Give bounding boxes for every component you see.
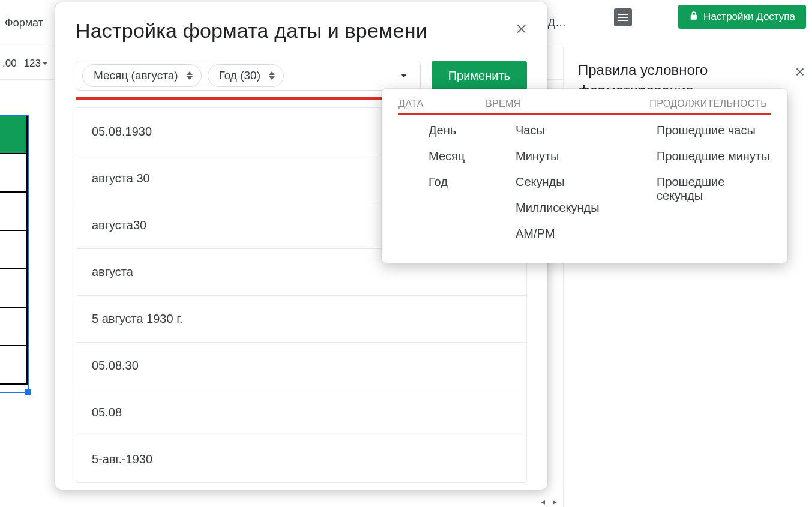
selection-handle[interactable] (25, 389, 31, 395)
dropdown-item-elapsed-seconds[interactable]: Прошедшие секунды (657, 175, 771, 203)
dropdown-item-elapsed-minutes[interactable]: Прошедшие минуты (657, 149, 771, 163)
annotation-underline (76, 97, 409, 100)
dropdown-item-elapsed-hours[interactable]: Прошедшие часы (657, 124, 771, 137)
format-preset-item[interactable]: 5 августа 1930 г. (76, 295, 526, 342)
close-icon[interactable]: × (795, 64, 805, 80)
menu-format[interactable]: Формат (5, 17, 43, 29)
dropdown-item-ms[interactable]: Миллисекунды (516, 201, 657, 215)
format-preset-item[interactable]: 05.08.30 (76, 342, 526, 389)
selection-outline (0, 116, 28, 392)
dropdown-header-duration: ПРОДОЛЖИТЕЛЬНОСТЬ (627, 98, 771, 109)
chip-sort-icon (187, 71, 193, 80)
chevron-down-icon (42, 61, 48, 67)
chip-sort-icon (269, 71, 275, 80)
chip-year[interactable]: Год (30) (208, 64, 284, 87)
scroll-left-icon[interactable]: ◂ (538, 497, 547, 506)
dialog-close-button[interactable] (515, 22, 529, 36)
comments-icon[interactable] (614, 8, 632, 26)
dropdown-item-hours[interactable]: Часы (516, 124, 657, 137)
dropdown-header-date: ДАТА (398, 98, 486, 109)
toolbar-decimal[interactable]: .00 (2, 58, 17, 70)
chip-year-label: Год (30) (219, 69, 260, 82)
scroll-right-icon[interactable]: ▸ (550, 497, 559, 506)
apply-button[interactable]: Применить (432, 61, 527, 91)
annotation-underline (398, 113, 771, 115)
horizontal-scroll: ◂ ▸ (0, 496, 563, 507)
dropdown-column-duration: Прошедшие часы Прошедшие минуты Прошедши… (657, 124, 771, 241)
token-dropdown-panel: ДАТА ВРЕМЯ ПРОДОЛЖИТЕЛЬНОСТЬ День Месяц … (382, 89, 787, 263)
close-icon (516, 22, 529, 35)
dropdown-item-minutes[interactable]: Минуты (516, 149, 657, 163)
add-token-dropdown[interactable] (397, 69, 411, 82)
dropdown-item-day[interactable]: День (429, 124, 516, 137)
format-preset-item[interactable]: 5-авг.-1930 (76, 436, 526, 482)
share-button-label: Настройки Доступа (703, 11, 795, 23)
format-preset-item[interactable]: 05.08 (76, 389, 526, 436)
dropdown-header-time: ВРЕМЯ (486, 98, 627, 109)
apply-button-label: Применить (448, 69, 510, 82)
chevron-down-icon (397, 69, 411, 82)
chip-month-label: Месяц (августа) (94, 69, 178, 82)
dropdown-headers: ДАТА ВРЕМЯ ПРОДОЛЖИТЕЛЬНОСТЬ (398, 98, 771, 109)
dropdown-item-month[interactable]: Месяц (429, 149, 516, 163)
dropdown-item-year[interactable]: Год (429, 175, 516, 189)
toolbar-format-dropdown[interactable]: 123 (24, 58, 48, 70)
dropdown-item-ampm[interactable]: AM/PM (516, 227, 657, 241)
format-token-input[interactable]: Месяц (августа) Год (30) (76, 61, 421, 91)
dropdown-column-date: День Месяц Год (398, 124, 516, 241)
dropdown-item-seconds[interactable]: Секунды (516, 175, 657, 189)
dialog-title: Настройка формата даты и времени (76, 19, 527, 43)
lock-icon (689, 11, 699, 23)
dropdown-column-time: Часы Минуты Секунды Миллисекунды AM/PM (516, 124, 657, 241)
share-button[interactable]: Настройки Доступа (678, 5, 806, 29)
chip-month[interactable]: Месяц (августа) (82, 64, 202, 87)
